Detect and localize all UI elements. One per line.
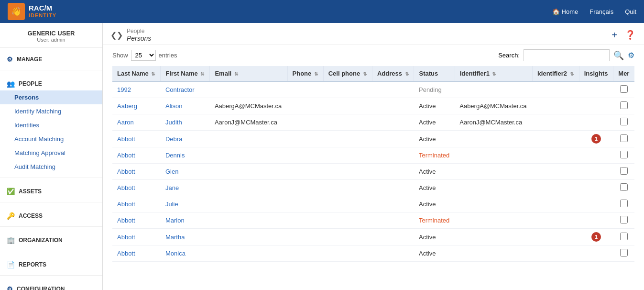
help-button[interactable]: ❓ (624, 29, 636, 41)
sidebar-item-people[interactable]: 👥 PEOPLE (0, 77, 102, 90)
row-select-0[interactable] (620, 85, 628, 93)
cell-firstname-0[interactable]: Contractor (161, 81, 210, 98)
francais-link[interactable]: Français (589, 8, 613, 15)
cell-firstname-10[interactable]: Monica (161, 245, 210, 262)
cell-checkbox-3[interactable] (613, 131, 634, 147)
brand-sub: IDENTITY (29, 12, 56, 19)
quit-link[interactable]: Quit (625, 8, 636, 15)
cell-lastname-1[interactable]: Aaberg (112, 98, 161, 114)
sidebar-item-manage[interactable]: ⚙ MANAGE (0, 53, 102, 66)
cell-lastname-5[interactable]: Abbott (112, 164, 161, 180)
app-logo: 👋 RAC/M IDENTITY (8, 3, 56, 20)
sidebar-item-reports[interactable]: 📄 REPORTS (0, 258, 102, 271)
breadcrumb-current: Persons (127, 34, 151, 42)
cell-checkbox-8[interactable] (613, 212, 634, 229)
cell-checkbox-9[interactable] (613, 229, 634, 245)
row-select-10[interactable] (620, 249, 628, 257)
sidebar-item-persons[interactable]: Persons (0, 90, 102, 104)
cell-lastname-10[interactable]: Abbott (112, 245, 161, 262)
cell-checkbox-6[interactable] (613, 180, 634, 196)
cell-firstname-4[interactable]: Dennis (161, 147, 210, 164)
cell-firstname-8[interactable]: Marion (161, 212, 210, 229)
col-identifier2[interactable]: Identifier2 ⇅ (532, 66, 579, 81)
row-select-3[interactable] (620, 134, 628, 142)
col-address[interactable]: Address ⇅ (372, 66, 414, 81)
row-select-8[interactable] (620, 216, 628, 223)
cell-firstname-9[interactable]: Martha (161, 229, 210, 245)
sidebar-item-account-matching[interactable]: Account Matching (0, 132, 102, 146)
cell-address-8 (372, 212, 414, 229)
sidebar-item-organization[interactable]: 🏢 ORGANIZATION (0, 234, 102, 247)
sidebar-item-identities[interactable]: Identities (0, 118, 102, 132)
configuration-label: CONFIGURATION (17, 286, 65, 290)
cell-email-9 (210, 229, 287, 245)
cell-lastname-6[interactable]: Abbott (112, 180, 161, 196)
cell-id1-8 (455, 212, 532, 229)
cell-phone-7 (287, 196, 323, 212)
cell-checkbox-0[interactable] (613, 81, 634, 98)
row-select-6[interactable] (620, 183, 628, 191)
sidebar-item-assets[interactable]: ✅ ASSETS (0, 185, 102, 198)
cell-address-10 (372, 245, 414, 262)
nav-next-button[interactable]: ❯ (117, 31, 123, 40)
row-select-1[interactable] (620, 101, 628, 109)
sidebar-item-audit-matching[interactable]: Audit Matching (0, 160, 102, 174)
col-phone[interactable]: Phone ⇅ (287, 66, 323, 81)
sidebar-userrole: User: admin (6, 37, 97, 43)
cell-checkbox-5[interactable] (613, 164, 634, 180)
add-button[interactable]: + (611, 29, 618, 42)
row-select-4[interactable] (620, 151, 628, 158)
cell-firstname-5[interactable]: Glen (161, 164, 210, 180)
cell-checkbox-10[interactable] (613, 245, 634, 262)
cell-insights-2 (579, 114, 613, 131)
cell-firstname-1[interactable]: Alison (161, 98, 210, 114)
cell-firstname-6[interactable]: Jane (161, 180, 210, 196)
cell-checkbox-4[interactable] (613, 147, 634, 164)
cell-status-3: Active (414, 131, 455, 147)
cell-lastname-9[interactable]: Abbott (112, 229, 161, 245)
cell-checkbox-7[interactable] (613, 196, 634, 212)
cell-cellphone-3 (323, 131, 372, 147)
cell-lastname-3[interactable]: Abbott (112, 131, 161, 147)
cell-lastname-4[interactable]: Abbott (112, 147, 161, 164)
col-last-name[interactable]: Last Name ⇅ (112, 66, 161, 81)
cell-lastname-8[interactable]: Abbott (112, 212, 161, 229)
row-select-5[interactable] (620, 167, 628, 175)
cell-checkbox-1[interactable] (613, 98, 634, 114)
sidebar: GENERIC USER User: admin ⚙ MANAGE 👥 PEOP… (0, 23, 103, 290)
cell-status-10: Active (414, 245, 455, 262)
sidebar-item-identity-matching[interactable]: Identity Matching (0, 104, 102, 118)
cell-status-2: Active (414, 114, 455, 131)
col-first-name[interactable]: First Name ⇅ (161, 66, 210, 81)
nav-prev-button[interactable]: ❮ (110, 31, 117, 40)
section-configuration: ⚙ CONFIGURATION (0, 278, 102, 290)
sidebar-item-configuration[interactable]: ⚙ CONFIGURATION (0, 282, 102, 290)
insights-badge-9: 1 (591, 232, 601, 242)
row-select-2[interactable] (620, 118, 628, 125)
sidebar-item-access[interactable]: 🔑 ACCESS (0, 209, 102, 223)
col-identifier1[interactable]: Identifier1 ⇅ (455, 66, 532, 81)
search-input[interactable] (524, 49, 610, 61)
sidebar-username: GENERIC USER (6, 30, 97, 37)
entries-select[interactable]: 25 10 50 100 (131, 50, 156, 61)
column-settings-button[interactable]: ⚙ (628, 51, 634, 60)
cell-firstname-7[interactable]: Julie (161, 196, 210, 212)
cell-lastname-2[interactable]: Aaron (112, 114, 161, 131)
cell-lastname-0[interactable]: 1992 (112, 81, 161, 98)
cell-lastname-7[interactable]: Abbott (112, 196, 161, 212)
cell-firstname-3[interactable]: Debra (161, 131, 210, 147)
cell-firstname-2[interactable]: Judith (161, 114, 210, 131)
cell-checkbox-2[interactable] (613, 114, 634, 131)
col-cell-phone[interactable]: Cell phone ⇅ (323, 66, 372, 81)
row-select-9[interactable] (620, 233, 628, 240)
sort-icon-lastname: ⇅ (151, 71, 155, 77)
cell-address-2 (372, 114, 414, 131)
sidebar-item-matching-approval[interactable]: Matching Approval (0, 146, 102, 160)
row-select-7[interactable] (620, 200, 628, 207)
search-button[interactable]: 🔍 (613, 50, 624, 61)
col-email[interactable]: Email ⇅ (210, 66, 287, 81)
home-link[interactable]: 🏠 Home (552, 8, 579, 15)
cell-id1-0 (455, 81, 532, 98)
table-row: Aaron Judith AaronJ@MCMaster.ca Active A… (112, 114, 634, 131)
persons-table: Last Name ⇅ First Name ⇅ Email ⇅ Phone ⇅… (112, 66, 634, 262)
